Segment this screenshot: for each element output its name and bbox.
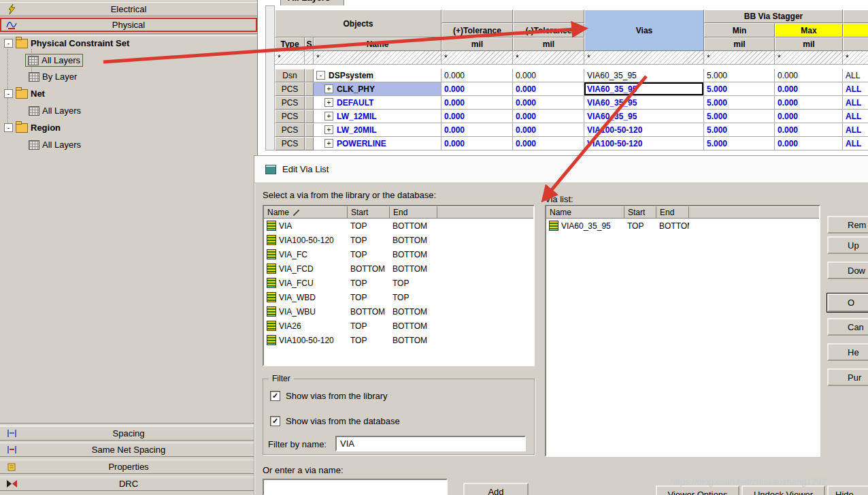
column-header-start[interactable]: Start — [624, 206, 656, 219]
via-list-item[interactable]: VIA_WBD TOP TOP — [264, 290, 533, 304]
tree-item-region[interactable]: - Region — [4, 122, 61, 133]
show-database-checkbox-row[interactable]: Show vias from the database — [270, 416, 400, 426]
header-name[interactable]: Name — [314, 37, 441, 51]
column-header-end[interactable]: End — [390, 206, 437, 219]
expand-icon[interactable]: + — [324, 112, 333, 121]
collapse-icon[interactable]: - — [316, 71, 325, 80]
row-s-cell[interactable] — [305, 82, 314, 96]
max-cell[interactable]: 0.000 — [775, 137, 843, 150]
name-cell[interactable]: + LW_12MIL — [314, 110, 441, 123]
dialog-title-bar[interactable]: Edit Via List — [254, 156, 868, 183]
tree-item-all-layers-net[interactable]: All Layers — [29, 105, 81, 116]
header-min[interactable]: Min — [704, 23, 775, 37]
min-cell[interactable]: 5.000 — [704, 96, 775, 110]
selected-via-list[interactable]: Name Start End VIA60_35_95 TOP BOTTOM — [545, 205, 820, 457]
filter-cell[interactable]: * — [513, 51, 584, 65]
min-cell[interactable]: 5.000 — [704, 123, 775, 137]
remove-button[interactable]: Rem — [827, 216, 868, 234]
tree-item-all-layers-region[interactable]: All Layers — [29, 139, 81, 150]
via-list-item[interactable]: VIA_WBU BOTTOM BOTTOM — [264, 304, 533, 319]
via-list-item[interactable]: VIA_FCU TOP TOP — [264, 276, 533, 290]
viewer-options-button[interactable]: Viewer Options — [656, 485, 739, 495]
filter-cell[interactable]: * — [275, 51, 305, 65]
tol-minus-cell[interactable]: 0.000 — [513, 137, 584, 150]
expand-icon[interactable]: + — [324, 139, 333, 148]
row-s-cell[interactable] — [305, 69, 314, 82]
layers-cell[interactable]: ALL — [843, 137, 868, 150]
header-type[interactable]: Type — [275, 37, 305, 51]
name-cell[interactable]: + DEFAULT — [314, 96, 441, 110]
via-list-item[interactable]: VIA TOP BOTTOM — [264, 219, 533, 233]
tree-item-by-layer[interactable]: By Layer — [29, 71, 77, 82]
ok-button[interactable]: O — [827, 293, 868, 312]
row-type-cell[interactable]: PCS — [275, 82, 305, 96]
collapse-icon[interactable]: - — [4, 89, 13, 98]
filter-cell[interactable] — [305, 51, 314, 65]
vias-cell[interactable]: VIA60_35_95 — [584, 110, 704, 123]
row-type-cell[interactable]: Dsn — [275, 69, 305, 82]
via-list-item[interactable]: VIA100-50-120 TOP BOTTOM — [264, 233, 533, 247]
vias-cell-selected[interactable]: VIA60_35_95 — [584, 82, 704, 96]
sidebar-item-same-net-spacing[interactable]: Same Net Spacing — [0, 443, 257, 457]
expand-icon[interactable]: + — [324, 84, 333, 93]
sidebar-item-spacing[interactable]: Spacing — [0, 426, 257, 441]
header-s[interactable]: S — [305, 37, 314, 51]
layers-cell[interactable]: ALL — [843, 82, 868, 96]
row-type-cell[interactable]: PCS — [275, 137, 305, 150]
min-cell[interactable]: 5.000 — [704, 137, 775, 150]
max-cell[interactable]: 0.000 — [775, 96, 843, 110]
filter-by-name-input[interactable] — [335, 436, 526, 451]
tree-item-net[interactable]: - Net — [4, 88, 45, 99]
tol-plus-cell[interactable]: 0.000 — [441, 82, 513, 96]
checkbox-icon[interactable] — [270, 391, 280, 401]
up-button[interactable]: Up — [827, 236, 868, 254]
via-list-item[interactable]: VIA_FC TOP BOTTOM — [264, 247, 533, 261]
row-type-cell[interactable]: PCS — [275, 110, 305, 123]
filter-cell[interactable]: * — [441, 51, 513, 65]
layers-cell[interactable]: ALL — [843, 69, 868, 82]
sidebar-item-properties[interactable]: Properties — [0, 460, 257, 474]
tol-minus-cell[interactable]: 0.000 — [513, 110, 584, 123]
tol-plus-cell[interactable]: 0.000 — [441, 110, 513, 123]
tol-plus-cell[interactable]: 0.000 — [441, 137, 513, 150]
header-objects[interactable]: Objects — [275, 10, 441, 37]
min-cell[interactable]: 5.000 — [704, 69, 775, 82]
header-tol-plus[interactable]: (+)Tolerance — [441, 23, 513, 37]
max-cell[interactable]: 0.000 — [775, 82, 843, 96]
column-header-name[interactable]: Name — [546, 206, 624, 219]
via-list-item[interactable]: VIA_FCD BOTTOM BOTTOM — [264, 261, 533, 276]
checkbox-icon[interactable] — [270, 416, 280, 426]
filter-cell[interactable]: * — [843, 51, 868, 65]
help-button[interactable]: He — [827, 343, 868, 361]
name-cell[interactable]: + CLK_PHY — [314, 82, 441, 96]
vias-cell[interactable]: VIA100-50-120 — [584, 123, 704, 137]
row-s-cell[interactable] — [305, 137, 314, 150]
min-cell[interactable]: 5.000 — [704, 82, 775, 96]
vias-cell[interactable]: VIA100-50-120 — [584, 137, 704, 150]
collapse-icon[interactable]: - — [4, 39, 13, 48]
via-list-item[interactable]: VIA100-50-120 TOP BOTTOM — [264, 333, 533, 347]
expand-icon[interactable]: + — [324, 125, 333, 134]
hide-button[interactable]: Hide — [827, 485, 868, 495]
via-name-input[interactable] — [263, 479, 448, 495]
library-via-list[interactable]: Name Start End VIA TOP BOTTOM VIA100-50-… — [263, 205, 535, 366]
layers-cell[interactable]: ALL — [843, 110, 868, 123]
max-cell[interactable]: 0.000 — [775, 69, 843, 82]
layers-cell[interactable]: ALL — [843, 123, 868, 137]
tree-item-physical-constraint-set[interactable]: - Physical Constraint Set — [4, 37, 129, 49]
tol-minus-cell[interactable]: 0.000 — [513, 69, 584, 82]
layers-cell[interactable]: ALL — [843, 96, 868, 110]
cancel-button[interactable]: Can — [827, 318, 868, 336]
tol-plus-cell[interactable]: 0.000 — [441, 123, 513, 137]
tol-minus-cell[interactable]: 0.000 — [513, 82, 584, 96]
column-header-end[interactable]: End — [656, 206, 689, 219]
worksheet-tab[interactable]: All Layers — [280, 0, 344, 5]
row-s-cell[interactable] — [305, 123, 314, 137]
via-list-item[interactable]: VIA26 TOP BOTTOM — [264, 319, 533, 333]
tol-plus-cell[interactable]: 0.000 — [441, 69, 513, 82]
tol-minus-cell[interactable]: 0.000 — [513, 123, 584, 137]
via-list-item[interactable]: VIA60_35_95 TOP BOTTOM — [546, 219, 819, 233]
filter-cell[interactable]: * — [704, 51, 775, 65]
vias-cell[interactable]: VIA60_35_95 — [584, 69, 704, 82]
min-cell[interactable]: 5.000 — [704, 110, 775, 123]
